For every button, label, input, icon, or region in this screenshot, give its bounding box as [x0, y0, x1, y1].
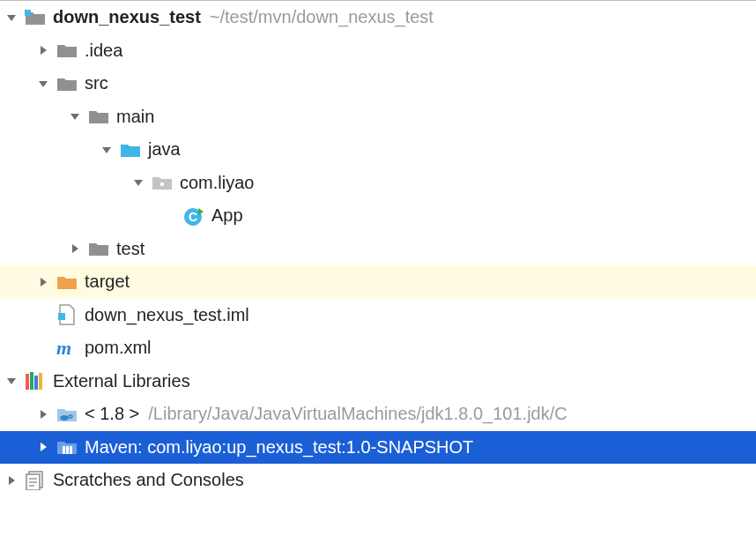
chevron-down-icon[interactable] [5, 375, 18, 387]
tree-row-external-libraries[interactable]: External Libraries [0, 365, 756, 398]
tree-label: test [116, 239, 145, 259]
arrow-placeholder [37, 309, 49, 321]
arrow-placeholder [37, 342, 49, 354]
folder-icon [56, 40, 78, 61]
svg-rect-14 [70, 446, 72, 454]
project-path: ~/test/mvn/down_nexus_test [210, 7, 434, 27]
arrow-placeholder [164, 210, 176, 222]
jdk-icon [56, 404, 78, 425]
runnable-class-icon: C [183, 205, 204, 227]
tree-label: External Libraries [53, 371, 190, 391]
chevron-right-icon[interactable] [5, 474, 18, 487]
svg-rect-8 [34, 376, 38, 390]
tree-row-package[interactable]: com.liyao [0, 167, 756, 200]
tree-row-target[interactable]: target [0, 265, 756, 299]
libraries-icon [25, 370, 46, 391]
tree-label: target [85, 272, 130, 292]
tree-row-test[interactable]: test [0, 233, 756, 266]
chevron-down-icon[interactable] [5, 11, 18, 24]
tree-row-src[interactable]: src [0, 67, 756, 100]
svg-rect-0 [25, 10, 31, 16]
tree-row-scratches[interactable]: Scratches and Consoles [0, 464, 756, 497]
tree-label: pom.xml [85, 338, 152, 358]
tree-label: Maven: com.liyao:up_nexus_test:1.0-SNAPS… [85, 437, 473, 458]
svg-rect-7 [30, 372, 33, 390]
tree-label: .idea [85, 41, 122, 61]
tree-label: src [85, 73, 108, 93]
chevron-down-icon[interactable] [132, 176, 145, 189]
scratches-icon [25, 470, 46, 491]
module-folder-icon [25, 7, 46, 28]
svg-rect-9 [39, 373, 42, 390]
svg-text:m: m [56, 338, 71, 359]
chevron-down-icon[interactable] [100, 144, 113, 156]
tree-label: main [116, 107, 154, 127]
tree-row-main[interactable]: main [0, 100, 756, 134]
maven-pom-icon: m [56, 338, 78, 359]
chevron-right-icon[interactable] [37, 276, 49, 288]
folder-icon [88, 106, 109, 127]
folder-icon [56, 73, 78, 94]
project-tree: down_nexus_test ~/test/mvn/down_nexus_te… [0, 1, 756, 497]
tree-label: com.liyao [180, 173, 254, 193]
tree-row-project-root[interactable]: down_nexus_test ~/test/mvn/down_nexus_te… [0, 1, 756, 34]
chevron-down-icon[interactable] [37, 78, 49, 90]
package-icon [152, 172, 173, 193]
chevron-right-icon[interactable] [37, 441, 49, 453]
svg-rect-12 [63, 446, 65, 454]
library-folder-icon [56, 436, 78, 458]
chevron-right-icon[interactable] [37, 408, 49, 421]
tree-row-pom[interactable]: m pom.xml [0, 331, 756, 365]
tree-label: Scratches and Consoles [53, 470, 244, 490]
source-folder-icon [120, 139, 141, 160]
jdk-version: < 1.8 > [85, 404, 139, 424]
iml-file-icon [56, 304, 78, 325]
folder-icon [88, 238, 109, 259]
tree-row-jdk[interactable]: < 1.8 > /Library/Java/JavaVirtualMachine… [0, 398, 756, 431]
chevron-down-icon[interactable] [69, 110, 81, 123]
svg-point-1 [160, 182, 164, 186]
tree-row-java[interactable]: java [0, 133, 756, 167]
tree-row-idea[interactable]: .idea [0, 34, 756, 68]
tree-label: App [211, 205, 243, 226]
jdk-path: /Library/Java/JavaVirtualMachines/jdk1.8… [148, 404, 567, 424]
excluded-folder-icon [56, 272, 78, 293]
chevron-right-icon[interactable] [69, 242, 81, 255]
svg-point-10 [60, 415, 69, 421]
tree-label: down_nexus_test.iml [85, 305, 249, 325]
svg-text:C: C [189, 210, 197, 224]
project-name: down_nexus_test [53, 7, 201, 27]
svg-rect-4 [58, 313, 65, 320]
chevron-right-icon[interactable] [37, 44, 49, 56]
svg-rect-6 [26, 374, 29, 390]
tree-label: java [148, 139, 181, 160]
tree-row-class-app[interactable]: C App [0, 199, 756, 233]
tree-row-iml[interactable]: down_nexus_test.iml [0, 299, 756, 332]
svg-rect-13 [66, 446, 69, 454]
tree-row-maven-lib[interactable]: Maven: com.liyao:up_nexus_test:1.0-SNAPS… [0, 431, 756, 465]
